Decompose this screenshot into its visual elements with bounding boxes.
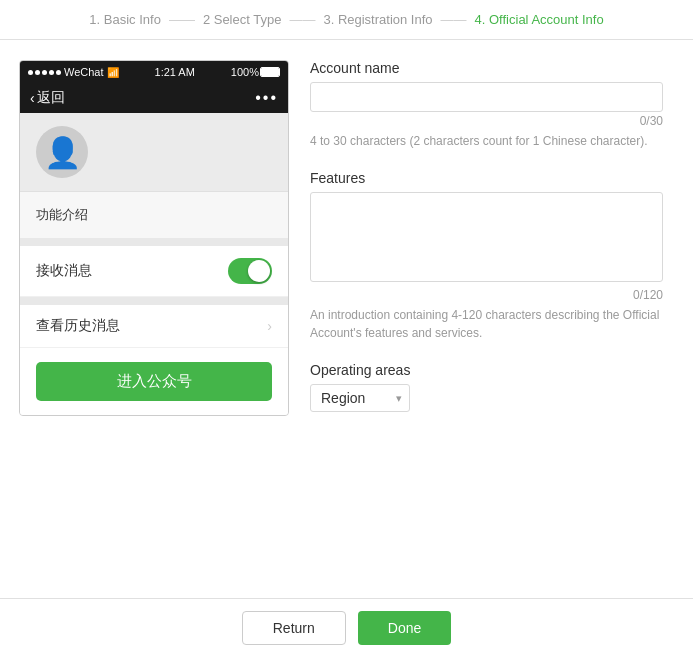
time-display: 1:21 AM <box>155 66 195 78</box>
enter-account-button[interactable]: 进入公众号 <box>36 362 272 401</box>
account-name-char-count: 0/30 <box>310 114 663 128</box>
phone-section-divider-2 <box>20 297 288 305</box>
signal-dots <box>28 70 61 75</box>
step-4: 4. Official Account Info <box>475 12 604 27</box>
signal-dot-5 <box>56 70 61 75</box>
step-divider-2: —— <box>289 12 315 27</box>
step-1: 1. Basic Info <box>89 12 161 27</box>
avatar: 👤 <box>36 126 88 178</box>
step-divider-1: —— <box>169 12 195 27</box>
nav-more-icon[interactable]: ••• <box>255 89 278 107</box>
feature-intro-label: 功能介绍 <box>36 207 88 222</box>
phone-section-divider <box>20 238 288 246</box>
account-name-input[interactable] <box>310 82 663 112</box>
phone-avatar-area: 👤 <box>20 113 288 191</box>
account-name-hint: 4 to 30 characters (2 characters count f… <box>310 132 663 150</box>
signal-dot-1 <box>28 70 33 75</box>
phone-screen: WeChat 📶 1:21 AM 100% ‹ 返回 ••• <box>19 60 289 416</box>
toggle-thumb <box>248 260 270 282</box>
carrier-label: WeChat <box>64 66 104 78</box>
region-select[interactable]: Region <box>310 384 410 412</box>
form-panel: Account name 0/30 4 to 30 characters (2 … <box>290 60 693 432</box>
wifi-icon: 📶 <box>107 67 119 78</box>
features-hint: An introduction containing 4-120 charact… <box>310 306 663 342</box>
receive-messages-toggle[interactable] <box>228 258 272 284</box>
step-divider-3: —— <box>441 12 467 27</box>
main-content: WeChat 📶 1:21 AM 100% ‹ 返回 ••• <box>0 40 693 452</box>
step-3: 3. Registration Info <box>323 12 432 27</box>
signal-dot-4 <box>49 70 54 75</box>
phone-nav: ‹ 返回 ••• <box>20 83 288 113</box>
footer: Return Done <box>0 598 693 657</box>
features-group: Features 0/120 An introduction containin… <box>310 170 663 342</box>
status-left: WeChat 📶 <box>28 66 119 78</box>
signal-dot-3 <box>42 70 47 75</box>
view-history-label: 查看历史消息 <box>36 317 120 335</box>
operating-areas-label: Operating areas <box>310 362 663 378</box>
back-chevron-icon: ‹ <box>30 90 35 106</box>
phone-btn-area: 进入公众号 <box>20 348 288 415</box>
view-history-row[interactable]: 查看历史消息 › <box>20 305 288 348</box>
features-textarea[interactable] <box>310 192 663 282</box>
return-button[interactable]: Return <box>242 611 346 645</box>
region-select-wrapper: Region ▾ <box>310 384 410 412</box>
phone-mockup: WeChat 📶 1:21 AM 100% ‹ 返回 ••• <box>0 60 290 432</box>
avatar-person-icon: 👤 <box>44 135 81 170</box>
features-char-count: 0/120 <box>310 288 663 302</box>
phone-status-bar: WeChat 📶 1:21 AM 100% <box>20 61 288 83</box>
battery-indicator: 100% <box>231 66 280 78</box>
operating-areas-group: Operating areas Region ▾ <box>310 362 663 412</box>
account-name-label: Account name <box>310 60 663 76</box>
phone-feature-intro: 功能介绍 <box>20 191 288 238</box>
receive-messages-row: 接收消息 <box>20 246 288 297</box>
features-label: Features <box>310 170 663 186</box>
done-button[interactable]: Done <box>358 611 451 645</box>
step-2: 2 Select Type <box>203 12 282 27</box>
step-indicator: 1. Basic Info —— 2 Select Type —— 3. Reg… <box>0 0 693 40</box>
account-name-group: Account name 0/30 4 to 30 characters (2 … <box>310 60 663 150</box>
receive-messages-label: 接收消息 <box>36 262 92 280</box>
battery-rect <box>260 67 280 77</box>
battery-percent: 100% <box>231 66 259 78</box>
back-label: 返回 <box>37 89 65 107</box>
nav-back[interactable]: ‹ 返回 <box>30 89 65 107</box>
signal-dot-2 <box>35 70 40 75</box>
chevron-right-icon: › <box>267 318 272 334</box>
battery-fill <box>261 68 279 76</box>
